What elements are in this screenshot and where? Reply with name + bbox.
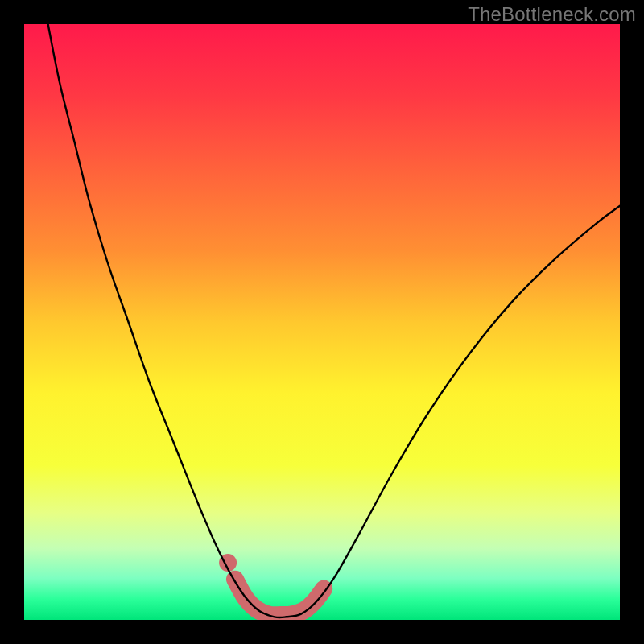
- bottleneck-chart: [24, 24, 620, 620]
- gradient-background: [24, 24, 620, 620]
- watermark-text: TheBottleneck.com: [468, 3, 636, 26]
- chart-frame: [24, 24, 620, 620]
